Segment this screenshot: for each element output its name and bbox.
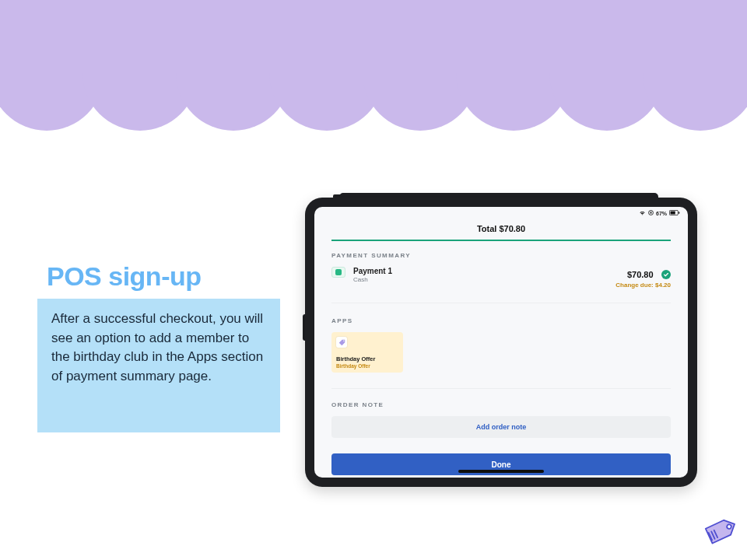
screen-content: Total $70.80 PAYMENT SUMMARY Payment 1 C… — [314, 221, 688, 478]
payment-summary-heading: PAYMENT SUMMARY — [331, 252, 671, 259]
svg-point-5 — [343, 340, 344, 341]
total-underline — [331, 240, 671, 241]
tablet-bezel: 67% Total $70.80 PAYMENT SUMMARY Payment… — [305, 198, 697, 487]
tablet-device: 67% Total $70.80 PAYMENT SUMMARY Payment… — [305, 198, 697, 487]
app-card-subtitle: Birthday Offer — [336, 363, 398, 369]
birthday-offer-card[interactable]: Birthday Offer Birthday Offer — [331, 332, 403, 373]
payment-method: Cash — [353, 276, 608, 283]
orientation-lock-icon — [648, 210, 654, 216]
home-indicator — [458, 470, 544, 473]
add-order-note-button[interactable]: Add order note — [331, 416, 671, 438]
svg-rect-3 — [671, 212, 675, 215]
change-due: Change due: $4.20 — [615, 282, 671, 289]
payment-title: Payment 1 — [353, 267, 608, 275]
page-title: POS sign-up — [47, 261, 202, 292]
slide-canvas: POS sign-up After a successful checkout,… — [0, 0, 747, 560]
instruction-callout: After a successful checkout, you will se… — [37, 299, 280, 432]
order-note-heading: ORDER NOTE — [331, 401, 671, 408]
header-scallops — [0, 61, 747, 123]
app-card-title: Birthday Offer — [336, 355, 398, 362]
payment-amount: $70.80 — [627, 270, 654, 279]
tablet-screen: 67% Total $70.80 PAYMENT SUMMARY Payment… — [314, 207, 688, 478]
payment-right: $70.80 Change due: $4.20 — [615, 267, 671, 289]
total-amount: Total $70.80 — [331, 224, 671, 233]
cash-icon — [331, 267, 345, 278]
svg-rect-1 — [651, 212, 652, 214]
payment-text: Payment 1 Cash — [353, 267, 608, 283]
price-tag-icon — [702, 516, 736, 551]
apps-heading: APPS — [331, 317, 671, 324]
apps-divider — [331, 388, 671, 389]
battery-icon — [669, 210, 680, 216]
check-icon — [661, 270, 671, 279]
wifi-icon — [639, 210, 646, 216]
tag-icon — [336, 337, 347, 348]
status-bar: 67% — [314, 207, 688, 219]
battery-pct: 67% — [656, 211, 667, 216]
payment-row: Payment 1 Cash $70.80 Change due: $4.20 — [331, 267, 671, 303]
svg-point-6 — [726, 524, 731, 530]
svg-rect-4 — [679, 212, 679, 214]
